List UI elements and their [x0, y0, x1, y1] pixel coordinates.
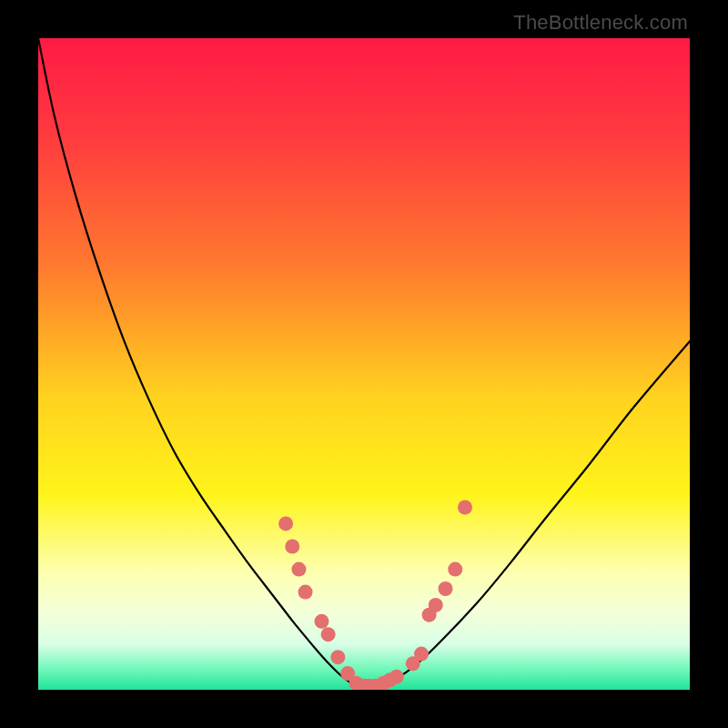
data-point	[298, 585, 313, 600]
chart-frame: TheBottleneck.com	[0, 0, 728, 728]
data-point	[448, 562, 462, 577]
watermark-text: TheBottleneck.com	[513, 11, 688, 35]
data-point	[278, 516, 293, 531]
data-point	[458, 500, 472, 515]
data-point-markers	[38, 38, 690, 690]
data-point	[291, 562, 306, 577]
data-point	[429, 598, 443, 612]
data-point	[321, 627, 336, 642]
data-point	[439, 581, 453, 596]
data-point	[330, 650, 345, 664]
data-point	[285, 539, 299, 553]
data-point	[314, 614, 329, 629]
data-point	[414, 647, 429, 662]
plot-area	[38, 38, 690, 690]
data-point	[389, 670, 404, 684]
